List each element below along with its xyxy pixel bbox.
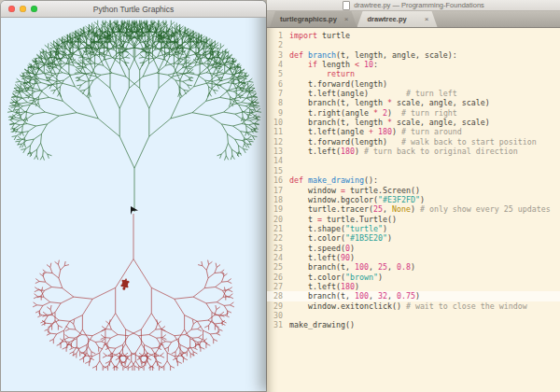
- line-number: 31: [267, 320, 289, 329]
- code-line[interactable]: 14: [267, 156, 560, 165]
- code-line[interactable]: 12 t.forward(length) # walk back to star…: [267, 137, 560, 147]
- line-number: 21: [267, 224, 289, 233]
- code-line[interactable]: 5 return: [267, 69, 560, 78]
- code-line[interactable]: 18 window.bgcolor("#E3F2FD"): [267, 195, 560, 204]
- code-line[interactable]: 27 t.left(180): [267, 282, 560, 291]
- code-line[interactable]: 4 if length < 10:: [267, 60, 560, 69]
- code-line[interactable]: 22 t.color("#1B5E20"): [267, 233, 560, 243]
- document-icon: [343, 1, 350, 10]
- code-text: branch(t, 100, 32, 0.75): [289, 291, 420, 301]
- code-line[interactable]: 26 t.color("brown"): [267, 273, 560, 282]
- code-line[interactable]: 15: [267, 166, 560, 175]
- code-line[interactable]: 1import turtle: [267, 31, 560, 40]
- code-line[interactable]: 9 t.right(angle * 2) # turn right: [267, 108, 560, 118]
- line-number: 6: [267, 79, 289, 89]
- tab-label: drawtree.py: [368, 15, 407, 23]
- tab-turtlegraphics-py[interactable]: turtlegraphics.py×: [270, 11, 357, 27]
- editor-window-title: drawtree.py — Programming-Foundations: [354, 1, 484, 9]
- lower-brown-tree: [33, 214, 234, 371]
- line-number: 19: [267, 204, 289, 214]
- code-line[interactable]: 3def branch(t, length, angle, scale):: [267, 50, 560, 60]
- code-line[interactable]: 24 t.left(90): [267, 253, 560, 262]
- line-number: 25: [267, 262, 289, 272]
- line-number: 8: [267, 98, 289, 107]
- line-number: 5: [267, 69, 289, 78]
- code-line[interactable]: 17 window = turtle.Screen(): [267, 186, 560, 195]
- code-line[interactable]: 6 t.forward(length): [267, 79, 560, 89]
- line-number: 7: [267, 89, 289, 98]
- turtle-window-title: Python Turtle Graphics: [1, 5, 266, 14]
- code-text: branch(t, 100, 25, 0.8): [289, 262, 415, 272]
- line-number: 30: [267, 311, 289, 320]
- line-number: 27: [267, 282, 289, 291]
- turtle-cursor-icon: [120, 278, 131, 291]
- code-text: t.left(90): [289, 253, 355, 262]
- zoom-button[interactable]: [31, 6, 37, 12]
- code-line[interactable]: 10 branch(t, length * scale, angle, scal…: [267, 118, 560, 127]
- line-number: 9: [267, 108, 289, 118]
- turtle-window-titlebar[interactable]: Python Turtle Graphics: [1, 1, 266, 18]
- upper-green-tree: [7, 21, 261, 212]
- line-number: 26: [267, 273, 289, 282]
- close-button[interactable]: [8, 6, 15, 12]
- line-number: 4: [267, 60, 289, 69]
- code-text: window.bgcolor("#E3F2FD"): [289, 195, 425, 204]
- line-number: 1: [267, 31, 289, 40]
- code-line[interactable]: 7 t.left(angle) # turn left: [267, 89, 560, 98]
- tab-close-icon[interactable]: ×: [425, 16, 429, 23]
- code-line[interactable]: 28 branch(t, 100, 32, 0.75): [267, 291, 560, 301]
- line-number: 28: [267, 291, 289, 301]
- code-line[interactable]: 8 branch(t, length * scale, angle, scale…: [267, 98, 560, 107]
- code-line[interactable]: 29 window.exitonclick() # wait to close …: [267, 301, 560, 311]
- code-line[interactable]: 31make_drawing(): [267, 320, 560, 329]
- code-text: t.color("brown"): [289, 273, 383, 282]
- code-line[interactable]: 23 t.speed(0): [267, 244, 560, 253]
- line-number: 24: [267, 253, 289, 262]
- line-number: 18: [267, 195, 289, 204]
- code-text: t.speed(0): [289, 244, 355, 253]
- code-line[interactable]: 30: [267, 311, 560, 320]
- turtle-graphics-window: Python Turtle Graphics: [0, 0, 267, 392]
- code-text: t.left(180): [289, 282, 359, 291]
- code-text: make_drawing(): [289, 320, 355, 329]
- line-number: 23: [267, 244, 289, 253]
- code-text: def make_drawing():: [289, 175, 378, 185]
- code-line[interactable]: 16def make_drawing():: [267, 175, 560, 185]
- editor-titlebar[interactable]: drawtree.py — Programming-Foundations: [267, 0, 560, 11]
- line-number: 29: [267, 301, 289, 311]
- code-line[interactable]: 11 t.left(angle + 180) # turn around: [267, 127, 560, 136]
- code-text: t = turtle.Turtle(): [289, 215, 397, 224]
- code-editor[interactable]: 1import turtle23def branch(t, length, an…: [267, 28, 560, 392]
- code-line[interactable]: 20 t = turtle.Turtle(): [267, 215, 560, 224]
- line-number: 11: [267, 127, 289, 136]
- tab-drawtree-py[interactable]: drawtree.py×: [357, 11, 438, 27]
- line-number: 17: [267, 186, 289, 195]
- line-number: 20: [267, 215, 289, 224]
- code-line[interactable]: 21 t.shape("turtle"): [267, 224, 560, 233]
- tab-label: turtlegraphics.py: [280, 15, 337, 23]
- code-text: t.right(angle * 2) # turn right: [289, 108, 457, 118]
- code-text: t.left(angle) # turn left: [289, 89, 457, 98]
- code-text: turtle.tracer(25, None) # only show ever…: [289, 204, 551, 214]
- code-text: def branch(t, length, angle, scale):: [289, 50, 457, 60]
- code-text: if length < 10:: [289, 60, 378, 69]
- code-line[interactable]: 25 branch(t, 100, 25, 0.8): [267, 262, 560, 272]
- code-text: branch(t, length * scale, angle, scale): [289, 118, 490, 127]
- line-number: 15: [267, 166, 289, 175]
- code-text: window = turtle.Screen(): [289, 186, 420, 195]
- editor-window: drawtree.py — Programming-Foundations tu…: [267, 0, 560, 392]
- code-text: t.forward(length) # walk back to start p…: [289, 137, 537, 147]
- code-text: t.forward(length): [289, 79, 387, 89]
- code-line[interactable]: 13 t.left(180) # turn back to original d…: [267, 147, 560, 156]
- line-number: 3: [267, 50, 289, 60]
- line-number: 13: [267, 147, 289, 156]
- code-line[interactable]: 2: [267, 40, 560, 49]
- fractal-trees: [7, 21, 261, 371]
- tab-close-icon[interactable]: ×: [344, 16, 349, 23]
- minimize-button[interactable]: [20, 6, 26, 12]
- code-text: import turtle: [289, 31, 350, 40]
- code-text: return: [289, 69, 355, 78]
- code-line[interactable]: 19 turtle.tracer(25, None) # only show e…: [267, 204, 560, 214]
- line-number: 16: [267, 175, 289, 185]
- turtle-canvas[interactable]: [1, 1, 268, 392]
